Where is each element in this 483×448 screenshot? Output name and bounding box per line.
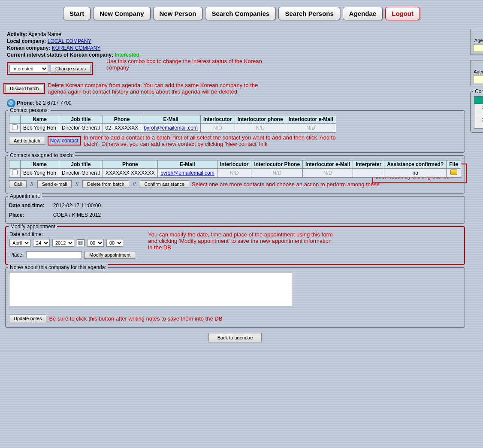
back-to-agendae-button[interactable]: Back to agendae — [208, 333, 262, 342]
agenda-name-link[interactable]: Agenda name — [473, 44, 483, 52]
modify-dt-label: Date and time: — [9, 231, 135, 237]
table-header-row: NameJob title PhoneE-Mail InterlocutorIn… — [9, 160, 461, 169]
table-row: Bok-Yong RohDirector-General 02- XXXXXXX… — [9, 124, 336, 133]
notes-note: Be sure to click this button after writi… — [49, 315, 222, 322]
start-button[interactable]: Start — [63, 7, 91, 20]
send-email-button[interactable]: Send e-mail — [37, 180, 72, 188]
local-company-link[interactable]: LOCAL COMPANY — [48, 38, 91, 44]
phone-value: 82 2 6717 7700 — [36, 100, 71, 106]
korean-company-label: Korean company: — [7, 45, 50, 51]
status-note: Use this combo box to change the interes… — [106, 58, 278, 71]
contact-persons-title: Contact persons: — [8, 107, 51, 113]
oncovision-panel: Agendas in which ONCOVISION has particip… — [470, 29, 483, 55]
notes-textarea[interactable] — [9, 272, 292, 306]
contact-persons-panel: Contact persons: NameJob title PhoneE-Ma… — [5, 110, 465, 153]
discard-batch-button[interactable]: Discard batch — [5, 85, 43, 92]
place-input[interactable] — [26, 251, 82, 258]
history-title: Contact History: — [473, 88, 483, 94]
contact-history-panel: Contact History: DateUser ContactType 20… — [470, 91, 483, 133]
change-status-button[interactable]: Change status — [51, 65, 91, 73]
appt-place-label: Place: — [9, 212, 24, 218]
modify-title: Modify appointment — [9, 224, 57, 230]
table-row: Bok-Yong RohDirector-General XXXXXXX XXX… — [9, 169, 461, 178]
status-label: Current interest status of Korean compan… — [7, 52, 113, 58]
add-to-batch-button[interactable]: Add to batch — [9, 137, 45, 145]
call-button[interactable]: Call — [9, 180, 27, 188]
modify-place-label: Place: — [9, 252, 24, 258]
batch-actions-note: Select one ore more contacts and choose … — [192, 181, 380, 188]
history-table: DateUser ContactType 2012-01-17 08:54:18… — [474, 96, 483, 129]
modify-note: You can modify the date, time and place … — [148, 231, 337, 260]
contact-checkbox[interactable] — [12, 124, 18, 130]
contact-email-link[interactable]: byroh@emailemail.com — [144, 125, 198, 131]
modify-appointment-panel: Modify appointment Date and time: April … — [5, 226, 465, 265]
year-select[interactable]: 2012 — [52, 239, 74, 247]
contacts-table: NameJob title PhoneE-Mail InterlocutorIn… — [9, 115, 336, 133]
logout-button[interactable]: Logout — [385, 7, 420, 20]
appt-dt-label: Date and time: — [9, 203, 45, 209]
new-company-button[interactable]: New Company — [93, 7, 150, 20]
discard-note: Delete Korean company from agenda. You c… — [48, 82, 262, 95]
batch-panel: Contacts assigned to batch: NameJob titl… — [5, 155, 465, 194]
agendae-button[interactable]: Agendae — [343, 7, 383, 20]
appt-place-value: COEX / KIMES 2012 — [53, 210, 101, 220]
evemedical-panel: Agendas in which EVE MEDICAL has partici… — [470, 60, 483, 86]
activity-value: Agenda Name — [28, 31, 61, 37]
appointment-panel: Appointment: Date and time: 2012-02-17 1… — [5, 196, 465, 224]
notes-panel: Notes about this company for this agenda… — [5, 267, 465, 328]
activity-label: Activity: — [7, 31, 27, 37]
appointment-title: Appointment: — [8, 193, 42, 199]
main-toolbar: Start New Company New Person Search Comp… — [3, 3, 480, 29]
batch-email-link[interactable]: byroh@emailemail.com — [160, 170, 214, 176]
day-select[interactable]: 24 — [33, 239, 50, 247]
update-notes-button[interactable]: Update notes — [9, 315, 46, 322]
hour-select[interactable]: 00 — [87, 239, 104, 247]
delete-from-batch-button[interactable]: Delete from batch — [82, 180, 129, 188]
status-select[interactable]: Interested — [9, 65, 48, 73]
info-block: Activity: Agenda Name Local company: LOC… — [3, 29, 467, 61]
table-row: 2012-01-17 08:54:18jlee Bok-Yong Roh@ — [474, 104, 483, 116]
search-companies-button[interactable]: Search Companies — [205, 7, 276, 20]
phone-label: Phone: — [17, 100, 34, 106]
table-row: 2012-01-18 13:18:31jlee Bok-Yong Roh@ — [474, 116, 483, 129]
minute-select[interactable]: 00 — [106, 239, 123, 247]
add-batch-note: In order to add a contact to a batch, fi… — [84, 134, 341, 147]
table-header-row: NameJob title PhoneE-Mail InterlocutorIn… — [9, 115, 336, 124]
folder-icon[interactable] — [450, 170, 457, 175]
notes-title: Notes about this company for this agenda… — [8, 264, 108, 270]
batch-table: NameJob title PhoneE-Mail InterlocutorIn… — [9, 160, 461, 178]
korean-company-link[interactable]: KOREAN COMPANY — [52, 45, 101, 51]
new-person-button[interactable]: New Person — [153, 7, 203, 20]
local-company-label: Local company: — [7, 38, 46, 44]
phone-icon — [7, 99, 15, 108]
batch-title: Contacts assigned to batch: — [8, 152, 75, 158]
modify-appointment-button[interactable]: Modify appointment — [85, 251, 135, 259]
appt-dt-value: 2012-02-17 11:00:00 — [53, 201, 101, 210]
search-persons-button[interactable]: Search Persons — [278, 7, 340, 20]
status-value: Interested — [115, 52, 139, 58]
table-header-row: DateUser ContactType — [474, 97, 483, 104]
calendar-icon[interactable] — [77, 239, 85, 246]
agenda-name-link[interactable]: Agenda name — [473, 76, 483, 83]
confirm-assistance-button[interactable]: Confirm assistance — [140, 180, 190, 188]
new-contact-link[interactable]: New contact — [48, 136, 81, 145]
batch-checkbox[interactable] — [12, 170, 18, 175]
month-select[interactable]: April — [9, 239, 30, 247]
